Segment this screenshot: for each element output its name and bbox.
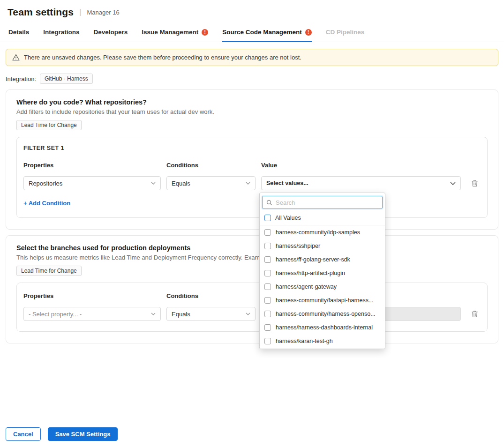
property-select[interactable]: Repositories — [23, 176, 161, 190]
values-multiselect[interactable]: Select values... — [261, 176, 461, 190]
lead-time-tag: Lead Time for Change — [16, 266, 82, 276]
branch-condition-value: Equals — [172, 311, 190, 318]
option-label: harness-community/harness-openso... — [276, 311, 376, 317]
list-item-partial[interactable]: harness/… — [260, 348, 385, 349]
chevron-down-icon — [151, 313, 156, 315]
conditions-column-header: Conditions — [166, 162, 256, 169]
option-label: harness/http-artifact-plugin — [276, 270, 345, 276]
team-name-label: Manager 16 — [87, 9, 119, 16]
checkbox[interactable] — [264, 256, 271, 263]
page-title: Team settings — [8, 7, 74, 18]
repositories-card-subtitle: Add filters to include repositories that… — [16, 108, 488, 115]
delete-condition-button[interactable] — [471, 310, 478, 318]
option-label: harness/ff-golang-server-sdk — [276, 256, 350, 263]
properties-column-header: Properties — [23, 162, 161, 169]
page-header: Team settings | Manager 16 — [0, 0, 504, 22]
list-item[interactable]: harness-community/harness-openso... — [260, 307, 385, 320]
repositories-card: Where do you code? What repositories? Ad… — [6, 89, 498, 230]
condition-select[interactable]: Equals — [166, 176, 256, 190]
checkbox[interactable] — [264, 297, 271, 304]
checkbox[interactable] — [264, 229, 271, 236]
list-item[interactable]: harness/harness-dashboards-internal — [260, 320, 385, 334]
tab-label: Details — [8, 29, 29, 36]
search-icon — [266, 200, 272, 206]
tab-label: Integrations — [43, 29, 79, 36]
property-select-value: Repositories — [29, 180, 62, 187]
branch-property-placeholder: - Select property... - — [29, 311, 82, 318]
title-divider: | — [79, 7, 81, 17]
tab-issue-management[interactable]: Issue Management ! — [142, 22, 208, 42]
checkbox[interactable] — [264, 311, 271, 317]
unsaved-changes-banner: There are unsaved changes. Please save t… — [6, 49, 498, 66]
all-values-option[interactable]: All Values — [260, 211, 385, 225]
list-item[interactable]: harness-community/fastapi-harness... — [260, 293, 385, 307]
tab-developers[interactable]: Developers — [94, 22, 128, 42]
warning-triangle-icon — [12, 54, 20, 61]
save-scm-settings-button[interactable]: Save SCM Settings — [48, 427, 118, 441]
list-item[interactable]: harness/sshpiper — [260, 239, 385, 253]
lead-time-tag: Lead Time for Change — [16, 120, 82, 130]
chevron-down-icon — [246, 313, 250, 315]
banner-text: There are unsaved changes. Please save t… — [24, 54, 301, 61]
checkbox[interactable] — [264, 270, 271, 276]
repositories-card-title: Where do you code? What repositories? — [16, 98, 488, 106]
add-condition-button[interactable]: + Add Condition — [23, 200, 70, 207]
branches-card-subtitle: This helps us measure metrics like Lead … — [16, 254, 488, 261]
settings-tabs: Details Integrations Developers Issue Ma… — [0, 22, 504, 42]
tab-label: Developers — [94, 29, 128, 36]
option-label: harness/sshpiper — [276, 243, 320, 249]
integration-row: Integration: GitHub - Harness — [6, 74, 498, 84]
footer-actions: Cancel Save SCM Settings — [6, 427, 118, 441]
tab-label: Source Code Management — [222, 29, 302, 36]
tab-source-code-management[interactable]: Source Code Management ! — [222, 22, 312, 42]
delete-condition-button[interactable] — [471, 179, 478, 187]
integration-chip: GitHub - Harness — [40, 74, 93, 84]
chevron-down-icon — [151, 182, 156, 185]
properties-column-header: Properties — [23, 292, 161, 299]
option-label: harness-community/idp-samples — [276, 229, 360, 236]
option-label: harness-community/fastapi-harness... — [276, 297, 373, 304]
option-label: harness/karan-test-gh — [276, 338, 333, 344]
list-item[interactable]: harness/http-artifact-plugin — [260, 266, 385, 280]
value-column-header: Value — [261, 162, 461, 169]
branches-card-title: Select the branches used for production … — [16, 244, 488, 252]
list-item[interactable]: harness-community/idp-samples — [260, 225, 385, 239]
tab-details[interactable]: Details — [8, 22, 29, 42]
filter-set-1: FILTER SET 1 Properties Conditions Value… — [16, 137, 488, 218]
condition-select-value: Equals — [172, 180, 190, 187]
option-label: harness/harness-dashboards-internal — [276, 324, 373, 331]
chevron-down-icon — [246, 182, 250, 185]
chevron-down-icon — [450, 182, 456, 185]
integration-label: Integration: — [6, 75, 36, 82]
checkbox[interactable] — [264, 338, 271, 344]
trash-icon — [471, 179, 478, 187]
option-label: harness/agent-gateway — [276, 283, 337, 290]
conditions-column-header: Conditions — [166, 292, 256, 299]
tab-label: CD Pipelines — [326, 29, 365, 36]
filter-set-title: FILTER SET 1 — [23, 145, 481, 151]
tab-label: Issue Management — [142, 29, 198, 36]
dropdown-search-box — [262, 196, 383, 209]
branch-property-select[interactable]: - Select property... - — [23, 307, 161, 321]
tab-integrations[interactable]: Integrations — [43, 22, 79, 42]
branch-filter-box: Properties Conditions - Select property.… — [16, 283, 488, 332]
checkbox[interactable] — [264, 283, 271, 290]
branches-card: Select the branches used for production … — [6, 235, 498, 343]
all-values-checkbox[interactable] — [264, 215, 271, 221]
list-item[interactable]: harness/agent-gateway — [260, 280, 385, 293]
checkbox[interactable] — [264, 324, 271, 331]
warning-badge-icon: ! — [202, 29, 208, 36]
warning-badge-icon: ! — [305, 29, 312, 36]
list-item[interactable]: harness/karan-test-gh — [260, 334, 385, 348]
checkbox[interactable] — [264, 243, 271, 249]
values-dropdown-panel: All Values harness-community/idp-samples… — [259, 193, 385, 349]
tab-cd-pipelines: CD Pipelines — [326, 22, 365, 42]
trash-icon — [471, 310, 478, 318]
values-multiselect-placeholder: Select values... — [266, 180, 308, 186]
list-item[interactable]: harness/ff-golang-server-sdk — [260, 253, 385, 266]
branch-condition-select[interactable]: Equals — [166, 307, 256, 321]
all-values-label: All Values — [275, 215, 301, 221]
search-input[interactable] — [276, 199, 378, 206]
cancel-button[interactable]: Cancel — [6, 427, 41, 441]
